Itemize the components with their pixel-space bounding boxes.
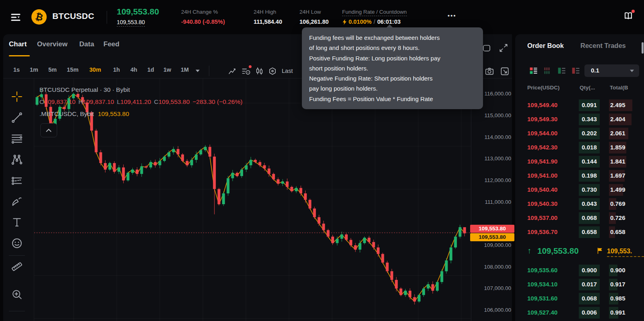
funding-label[interactable]: Funding Rate / Countdown bbox=[342, 9, 407, 16]
timeframe-1M[interactable]: 1M bbox=[181, 66, 189, 73]
ask-row[interactable]: 109,549.400.0912.495 bbox=[515, 98, 644, 112]
y-axis-label: 106,000.00 bbox=[475, 307, 511, 313]
total: 1.499 bbox=[610, 186, 625, 193]
last-price-tag: 109,553.80 bbox=[470, 225, 514, 233]
bid-row[interactable]: 109,531.600.0680.985 bbox=[515, 292, 644, 306]
tab-data[interactable]: Data bbox=[79, 40, 94, 48]
toolbar-divider bbox=[209, 66, 209, 76]
last-price-row[interactable]: ↑ 109,553.80 109,553. bbox=[515, 243, 644, 260]
zoom-in-tool-icon[interactable] bbox=[10, 288, 23, 301]
timeframe-1s[interactable]: 1s bbox=[13, 66, 20, 73]
total: 2.495 bbox=[610, 101, 625, 108]
price: 109,542.30 bbox=[527, 144, 557, 151]
index-symbol[interactable]: .MBTCUSDC, Bybit bbox=[39, 110, 94, 117]
ask-row[interactable]: 109,542.300.0181.859 bbox=[515, 141, 644, 155]
index-legend: .MBTCUSDC, Bybit109,553.80 bbox=[39, 110, 129, 118]
ohlc-value: 109,553.80 bbox=[159, 98, 190, 105]
xabcd-pattern-tool-icon[interactable] bbox=[10, 153, 23, 166]
ask-row[interactable]: 109,544.000.2022.061 bbox=[515, 126, 644, 141]
ask-row[interactable]: 109,541.900.1441.841 bbox=[515, 155, 644, 169]
timeframe-dropdown-caret[interactable] bbox=[196, 70, 200, 72]
price: 109,537.00 bbox=[527, 214, 557, 221]
timeframe-1h[interactable]: 1h bbox=[113, 66, 120, 73]
emoji-tool-icon[interactable] bbox=[10, 237, 23, 250]
crosshair-tool-icon[interactable] bbox=[10, 90, 23, 103]
ohlc-key: C bbox=[154, 98, 158, 105]
line-chart-icon[interactable] bbox=[227, 66, 238, 77]
tab-chart[interactable]: Chart bbox=[9, 40, 27, 48]
text-tool-icon[interactable] bbox=[10, 216, 23, 229]
camera-icon[interactable] bbox=[484, 66, 495, 77]
panel-settings-icon[interactable] bbox=[642, 42, 644, 54]
ask-row[interactable]: 109,541.000.1981.697 bbox=[515, 169, 644, 183]
quantity: 0.068 bbox=[579, 214, 600, 221]
price: 109,535.60 bbox=[527, 267, 557, 273]
toolbar-group-divider bbox=[9, 311, 25, 311]
price: 109,541.00 bbox=[527, 172, 557, 179]
btc-logo-icon: ₿ bbox=[31, 9, 47, 25]
more-stats-button[interactable]: ••• bbox=[448, 12, 456, 19]
bid-row[interactable]: 109,527.400.0060.991 bbox=[515, 306, 644, 320]
settings-hexagon-icon[interactable] bbox=[267, 66, 278, 77]
mark-price-value[interactable]: 109,553. bbox=[607, 248, 644, 257]
total: 0.900 bbox=[610, 267, 625, 273]
quantity: 0.658 bbox=[579, 228, 600, 235]
timeframe-5m[interactable]: 5m bbox=[48, 66, 57, 73]
grouping-dropdown[interactable]: 0.1 bbox=[584, 64, 639, 77]
total: 0.917 bbox=[610, 281, 625, 288]
symbol-name[interactable]: BTCUSDC bbox=[52, 11, 94, 21]
snapshot-frame-icon[interactable] bbox=[500, 66, 510, 77]
timeframe-15m[interactable]: 15m bbox=[67, 66, 78, 73]
brush-tool-icon[interactable] bbox=[10, 195, 23, 208]
timeframe-1w[interactable]: 1w bbox=[163, 66, 171, 73]
chart-ohlc-legend: O109,837.10H109,837.10L109,411.20C109,55… bbox=[39, 98, 242, 106]
y-axis-label: 107,000.00 bbox=[475, 285, 511, 291]
bid-row[interactable]: 109,534.100.0170.917 bbox=[515, 278, 644, 292]
bid-row[interactable]: 109,535.600.9000.900 bbox=[515, 263, 644, 278]
price: 109,544.00 bbox=[527, 130, 557, 137]
y-axis-label: 115,000.00 bbox=[475, 112, 511, 118]
timeframe-30m[interactable]: 30m bbox=[89, 66, 101, 73]
quantity: 0.343 bbox=[579, 116, 600, 122]
expand-arrows-icon[interactable] bbox=[498, 43, 509, 53]
total: 0.991 bbox=[610, 309, 625, 316]
ask-row[interactable]: 109,540.300.0430.769 bbox=[515, 197, 644, 211]
tooltip-line: pay long position holders. bbox=[309, 83, 476, 93]
candle-style-icon[interactable] bbox=[254, 66, 264, 77]
indicators-icon[interactable] bbox=[241, 66, 251, 77]
timeframe-1d[interactable]: 1d bbox=[147, 66, 154, 73]
quantity: 0.730 bbox=[579, 186, 600, 193]
forecast-tool-icon[interactable] bbox=[10, 174, 23, 187]
chevron-down-icon bbox=[630, 70, 634, 72]
chart-legend-title[interactable]: BTCUSDC Perpetual · 30 · Bybit bbox=[39, 86, 130, 93]
tab-feed[interactable]: Feed bbox=[103, 40, 120, 48]
timeframe-1m[interactable]: 1m bbox=[30, 66, 38, 73]
legend-collapse-button[interactable] bbox=[40, 123, 57, 137]
ob-bids-mode-icon[interactable] bbox=[558, 67, 566, 75]
orderbook-toggle-icon[interactable] bbox=[623, 10, 634, 22]
tab-recent-trades[interactable]: Recent Trades bbox=[580, 42, 626, 50]
price-source-selector[interactable]: Last bbox=[282, 68, 293, 74]
menu-icon[interactable] bbox=[10, 11, 22, 23]
ruler-tool-icon[interactable] bbox=[10, 260, 23, 273]
horizontal-lines-tool-icon[interactable] bbox=[10, 132, 23, 145]
stat-value: -940.80 (-0.85%) bbox=[181, 19, 225, 25]
ob-asks-mode-icon[interactable] bbox=[572, 67, 580, 75]
tab-overview[interactable]: Overview bbox=[37, 40, 68, 48]
ask-row[interactable]: 109,537.000.0680.726 bbox=[515, 211, 644, 225]
y-axis-label: 113,000.00 bbox=[475, 155, 511, 162]
ob-columns-mode-icon[interactable] bbox=[544, 67, 551, 75]
header-divider bbox=[107, 11, 107, 24]
timeframe-4h[interactable]: 4h bbox=[130, 66, 137, 73]
trend-line-tool-icon[interactable] bbox=[10, 111, 23, 124]
tab-order-book[interactable]: Order Book bbox=[527, 42, 564, 50]
price: 109,541.90 bbox=[527, 158, 557, 165]
ohlc-value: 109,837.10 bbox=[44, 98, 76, 105]
ob-both-mode-icon[interactable] bbox=[530, 67, 537, 75]
quantity: 0.068 bbox=[579, 295, 600, 302]
ask-row[interactable]: 109,549.300.3432.404 bbox=[515, 112, 644, 126]
ask-row[interactable]: 109,536.700.6580.658 bbox=[515, 225, 644, 239]
funding-tooltip: Funding fees will be exchanged between h… bbox=[302, 27, 483, 109]
ask-row[interactable]: 109,540.400.7301.499 bbox=[515, 183, 644, 197]
mark-price-tag: 109,553.80 bbox=[470, 233, 514, 241]
